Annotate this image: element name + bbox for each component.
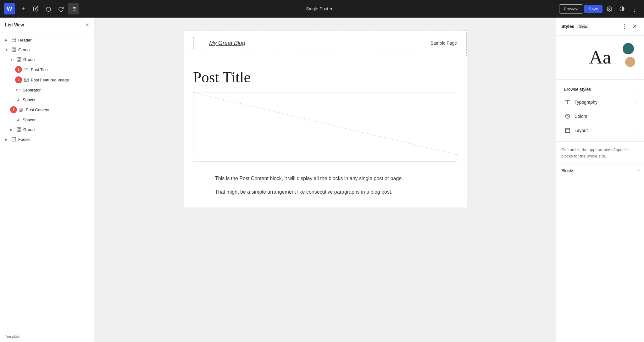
layout-block-icon bbox=[11, 37, 17, 43]
beta-badge: Beta bbox=[577, 24, 589, 29]
tree-item-group3[interactable]: ▶ Group bbox=[3, 125, 92, 134]
styles-panel: Styles Beta ⋮ ✕ Aa Browse styles › bbox=[556, 18, 644, 342]
tree-item-label: Group bbox=[23, 57, 35, 62]
svg-rect-13 bbox=[18, 58, 20, 61]
tree-item-label: Post Content bbox=[26, 108, 49, 112]
more-options-button[interactable]: ⋮ bbox=[629, 3, 640, 14]
post-title-block[interactable]: Post Title bbox=[184, 56, 467, 92]
canvas-content: My Great Blog Sample Page Post Title Thi… bbox=[184, 30, 467, 207]
layout-left: Layout bbox=[564, 127, 588, 134]
spacer-block-icon bbox=[15, 97, 21, 103]
svg-point-36 bbox=[567, 116, 569, 117]
list-view-panel: List View × ▶ Header ▼ Group bbox=[0, 18, 94, 342]
group-block-icon bbox=[16, 126, 22, 133]
group-block-icon bbox=[11, 47, 17, 53]
expand-icon: ▼ bbox=[5, 48, 9, 52]
list-view-header: List View × bbox=[0, 18, 94, 32]
styles-more-options-button[interactable]: ⋮ bbox=[620, 22, 629, 31]
template-name: Single Post bbox=[306, 6, 328, 11]
browse-styles-option[interactable]: Browse styles › bbox=[559, 84, 641, 95]
featured-image-placeholder bbox=[193, 92, 457, 155]
svg-point-18 bbox=[25, 79, 26, 80]
post-content-block[interactable]: This is the Post Content block, it will … bbox=[184, 168, 467, 207]
template-selector[interactable]: Single Post ▾ bbox=[303, 4, 336, 13]
preview-button[interactable]: Preview bbox=[559, 4, 583, 14]
separator-block bbox=[193, 161, 457, 162]
spacer-block-icon bbox=[15, 117, 21, 123]
logo-placeholder bbox=[193, 37, 206, 49]
separator-block-icon bbox=[15, 87, 21, 93]
styles-panel-header: Styles Beta ⋮ ✕ bbox=[556, 18, 644, 36]
tree-item-header[interactable]: ▶ Header bbox=[3, 35, 92, 45]
chevron-right-icon: › bbox=[635, 87, 636, 91]
svg-point-35 bbox=[565, 114, 570, 119]
site-header-block[interactable]: My Great Blog Sample Page bbox=[184, 30, 467, 56]
gear-icon bbox=[607, 6, 612, 12]
tree-item-label: Separator bbox=[23, 88, 41, 92]
expand-icon: ▶ bbox=[5, 138, 9, 141]
main-layout: List View × ▶ Header ▼ Group bbox=[0, 18, 644, 342]
canvas-area[interactable]: My Great Blog Sample Page Post Title Thi… bbox=[94, 18, 556, 342]
svg-rect-10 bbox=[12, 48, 16, 52]
site-title: My Great Blog bbox=[209, 40, 245, 47]
post-content-para1: This is the Post Content block, it will … bbox=[215, 174, 435, 183]
undo-icon bbox=[46, 6, 51, 12]
undo-button[interactable] bbox=[43, 3, 54, 14]
appearance-button[interactable] bbox=[616, 3, 628, 14]
color-swatch-teal bbox=[623, 43, 634, 54]
post-title-block-icon bbox=[23, 66, 30, 73]
colors-icon bbox=[564, 113, 571, 120]
tree-item-post-title[interactable]: 1 Post Title bbox=[3, 64, 92, 74]
tree-item-label: Spacer bbox=[23, 118, 36, 122]
styles-close-button[interactable]: ✕ bbox=[630, 22, 639, 31]
svg-rect-11 bbox=[13, 49, 15, 51]
tree-item-group1[interactable]: ▼ Group bbox=[3, 45, 92, 54]
tree-item-label: Header bbox=[18, 38, 32, 42]
chevron-right-icon: › bbox=[635, 128, 636, 133]
tree-item-group2[interactable]: ▼ Group bbox=[3, 55, 92, 64]
tree-item-spacer2[interactable]: Spacer bbox=[3, 115, 92, 124]
edit-button[interactable] bbox=[30, 3, 42, 14]
tree-item-separator[interactable]: Separator bbox=[3, 85, 92, 95]
browse-styles-left: Browse styles bbox=[564, 87, 591, 92]
half-circle-icon bbox=[619, 6, 625, 12]
list-view-button[interactable] bbox=[68, 3, 79, 14]
blocks-label: Blocks bbox=[561, 168, 574, 173]
footer-block-icon bbox=[11, 136, 17, 142]
styles-panel-title: Styles bbox=[561, 24, 574, 29]
post-title-text: Post Title bbox=[193, 69, 457, 86]
chevron-down-icon: ▾ bbox=[330, 6, 332, 11]
group-block-icon bbox=[16, 56, 22, 63]
list-view-close-button[interactable]: × bbox=[86, 22, 89, 28]
image-block-icon bbox=[23, 77, 30, 83]
settings-button[interactable] bbox=[604, 3, 615, 14]
toolbar: W + Single Post ▾ bbox=[0, 0, 644, 18]
redo-icon bbox=[58, 6, 64, 12]
layout-option[interactable]: Layout › bbox=[559, 124, 641, 137]
tree-item-spacer1[interactable]: Spacer bbox=[3, 95, 92, 104]
typography-option[interactable]: Typography › bbox=[559, 95, 641, 109]
list-view-title: List View bbox=[5, 22, 24, 27]
save-button[interactable]: Save bbox=[584, 5, 602, 13]
expand-icon: ▶ bbox=[5, 38, 9, 42]
svg-line-32 bbox=[193, 92, 457, 155]
blocks-section[interactable]: Blocks › bbox=[556, 164, 644, 177]
style-options: Browse styles › Typography › bbox=[556, 80, 644, 141]
tree-item-label: Post Featured Image bbox=[31, 78, 69, 82]
badge-1: 1 bbox=[15, 66, 22, 73]
tree-item-post-content[interactable]: 3 Post Content bbox=[3, 105, 92, 115]
tree-item-label: Group bbox=[23, 127, 35, 132]
expand-icon: ▶ bbox=[10, 128, 14, 131]
colors-option[interactable]: Colors › bbox=[559, 109, 641, 123]
featured-image-block[interactable] bbox=[193, 92, 457, 155]
site-navigation: Sample Page bbox=[430, 41, 457, 46]
styles-panel-title-row: Styles Beta bbox=[561, 24, 589, 29]
site-logo: My Great Blog bbox=[193, 37, 245, 49]
style-preview: Aa bbox=[556, 36, 644, 80]
tree-item-footer[interactable]: ▶ Footer bbox=[3, 135, 92, 144]
add-block-button[interactable]: + bbox=[18, 3, 29, 14]
redo-button[interactable] bbox=[55, 3, 67, 14]
wp-logo[interactable]: W bbox=[4, 3, 15, 14]
typography-label: Typography bbox=[575, 100, 597, 105]
tree-item-post-featured-image[interactable]: 2 Post Featured Image bbox=[3, 75, 92, 85]
